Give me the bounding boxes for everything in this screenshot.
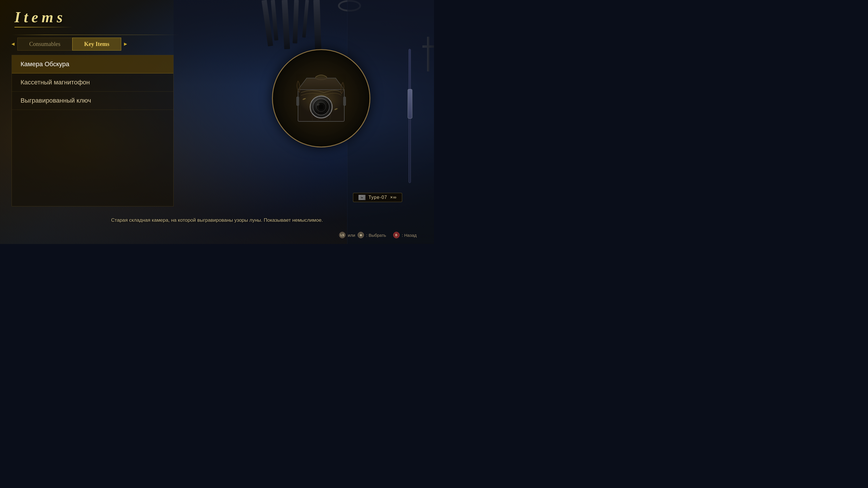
controls-hint: LS или ⊕ : Выбрать B : Назад	[339, 232, 416, 238]
b-button: B	[393, 232, 400, 238]
title-underline	[14, 27, 72, 28]
badge-icon	[359, 195, 365, 200]
or-label: или	[348, 233, 355, 238]
gold-separator	[11, 35, 179, 35]
title-area: Items	[14, 9, 72, 28]
ui-container: Items ◄ Consumables Key Items ► Камера О…	[0, 0, 434, 244]
select-label: : Выбрать	[366, 233, 386, 238]
list-item[interactable]: Камера Обскура	[12, 55, 173, 73]
svg-point-5	[319, 105, 323, 109]
list-item[interactable]: Выгравированный ключ	[12, 92, 173, 110]
tabs-container: ◄ Consumables Key Items ►	[9, 38, 130, 51]
svg-rect-16	[361, 196, 362, 197]
page-title: Items	[14, 9, 72, 26]
item-image	[289, 69, 353, 127]
tab-consumables[interactable]: Consumables	[18, 38, 72, 51]
svg-rect-7	[297, 97, 299, 105]
svg-rect-8	[343, 97, 346, 105]
tab-arrow-left[interactable]: ◄	[9, 40, 18, 48]
back-label: : Назад	[402, 233, 416, 238]
list-item[interactable]: Кассетный магнитофон	[12, 73, 173, 92]
svg-point-15	[361, 197, 363, 199]
ls-button: LS	[339, 232, 345, 238]
camera-badge-icon	[359, 195, 365, 199]
item-description: Старая складная камера, на которой выгра…	[29, 217, 405, 224]
item-type-badge: Type-07 ×∞	[353, 193, 402, 202]
dpad-button: ⊕	[358, 232, 364, 238]
tab-arrow-right[interactable]: ►	[121, 40, 130, 48]
items-panel: Камера Обскура Кассетный магнитофон Выгр…	[11, 55, 174, 206]
tab-key-items[interactable]: Key Items	[72, 38, 121, 51]
description-area: Старая складная камера, на которой выгра…	[29, 217, 405, 224]
item-type-label: Type-07	[368, 195, 387, 200]
item-quantity: ×∞	[390, 195, 397, 200]
item-preview-circle	[272, 49, 370, 148]
